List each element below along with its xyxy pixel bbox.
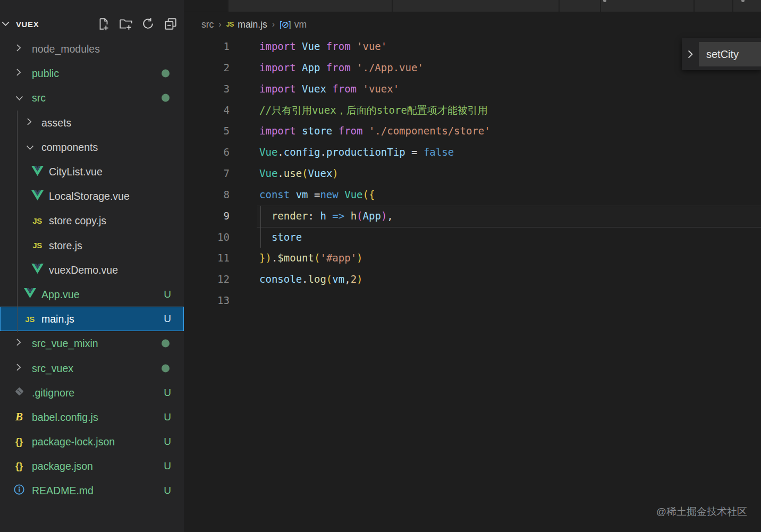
json-icon: {} (15, 436, 23, 447)
git-icon (14, 386, 25, 399)
breadcrumb-item-src[interactable]: src (201, 19, 214, 30)
tree-file-citylist-vue[interactable]: CityList.vue (0, 159, 184, 184)
explorer-section-header[interactable]: VUEX (0, 15, 184, 33)
line-number: 5 (184, 121, 230, 142)
git-status-badge: U (164, 460, 171, 472)
tree-file-babel-config-js[interactable]: Bbabel.config.jsU (0, 405, 184, 429)
tree-file-store-copy-js[interactable]: JSstore copy.js (0, 208, 184, 233)
code-content[interactable]: import Vue from 'vue'import App from './… (259, 36, 491, 311)
toggle-replace-chevron-icon[interactable] (682, 49, 699, 59)
tree-folder-src-vuex[interactable]: src_vuex (0, 356, 184, 380)
refresh-icon[interactable] (141, 16, 155, 31)
line-number: 4 (184, 100, 230, 121)
vue-icon (31, 165, 44, 179)
chevron-right-icon (24, 117, 33, 128)
vue-icon (24, 288, 36, 301)
line-number-gutter[interactable]: 12345678910111213 (184, 36, 230, 311)
tree-folder-components[interactable]: components (0, 135, 184, 159)
chevron-right-icon (14, 362, 23, 374)
tree-folder-node-modules[interactable]: node_modules (0, 37, 184, 61)
breadcrumb-separator-icon: › (272, 20, 275, 29)
code-token: use (284, 167, 302, 179)
code-token: './App.vue' (357, 62, 424, 73)
symbol-variable-icon: [⊘] (280, 19, 291, 30)
find-input[interactable] (699, 42, 761, 66)
file-label: babel.config.js (32, 411, 98, 423)
code-token: config (284, 146, 320, 158)
breadcrumb: src›JSmain.js›[⊘]vm (201, 17, 307, 32)
code-token: console (259, 273, 302, 285)
breadcrumb-label: main.js (238, 19, 267, 30)
file-label: assets (41, 116, 71, 129)
tree-file-store-js[interactable]: JSstore.js (0, 233, 184, 258)
code-token: ) (332, 167, 338, 179)
code-token: store (302, 125, 339, 137)
tree-folder-public[interactable]: public (0, 61, 184, 86)
code-token: Vuex (308, 167, 333, 179)
code-token: store (259, 231, 302, 243)
code-token: Vue (259, 167, 277, 179)
new-folder-icon[interactable] (119, 16, 133, 31)
code-token: = (314, 189, 320, 200)
tree-folder-src[interactable]: src (0, 86, 184, 110)
code-token: from (326, 62, 357, 73)
tree-file-vuexdemo-vue[interactable]: vuexDemo.vue (0, 258, 184, 282)
chevron-down-icon (1, 19, 10, 30)
editor-tab-bar[interactable] (184, 0, 761, 12)
file-icon-wrap (13, 386, 26, 399)
tree-file-main-js[interactable]: JSmain.jsU (0, 307, 184, 331)
code-line-7[interactable]: Vue.use(Vuex) (259, 163, 491, 184)
code-token: = (405, 146, 424, 158)
code-line-3[interactable]: import Vuex from 'vuex' (259, 79, 491, 100)
breadcrumb-item-main-js[interactable]: JSmain.js (226, 19, 267, 30)
code-token: ) (357, 252, 362, 264)
tree-file-app-vue[interactable]: App.vueU (0, 282, 184, 307)
code-line-2[interactable]: import App from './App.vue' (259, 57, 491, 79)
code-line-5[interactable]: import store from './components/store' (259, 121, 491, 142)
explorer-sidebar: VUEX (0, 0, 184, 532)
active-tab[interactable] (184, 0, 227, 12)
code-line-8[interactable]: const vm =new Vue({ (259, 184, 491, 206)
line-number: 8 (184, 184, 230, 206)
code-line-1[interactable]: import Vue from 'vue' (259, 36, 491, 57)
chevron-down-icon (23, 142, 35, 151)
code-token: from (339, 125, 369, 137)
file-label: public (32, 67, 59, 80)
code-token: h (320, 210, 332, 222)
code-line-13[interactable] (259, 290, 491, 311)
tree-indent-guide (17, 111, 18, 332)
code-line-4[interactable]: //只有引用vuex，后面的store配置项才能被引用 (259, 100, 491, 121)
code-token: } (259, 252, 265, 264)
tree-file--gitignore[interactable]: .gitignoreU (0, 381, 184, 405)
tree-folder-src-vue-mixin[interactable]: src_vue_mixin (0, 331, 184, 356)
code-token: ( (302, 167, 308, 179)
tree-file-localstorage-vue[interactable]: LocalStorage.vue (0, 184, 184, 208)
code-token: App (363, 210, 381, 222)
file-label: README.md (32, 485, 94, 497)
code-token (259, 210, 272, 222)
code-line-6[interactable]: Vue.config.productionTip = false (259, 142, 491, 163)
code-line-9[interactable]: render: h => h(App), (259, 206, 491, 227)
code-line-10[interactable]: store (259, 227, 491, 248)
collapse-folders-icon[interactable] (163, 16, 177, 31)
new-file-icon[interactable] (96, 16, 111, 31)
file-icon-wrap (13, 484, 26, 497)
code-token: : (308, 210, 320, 222)
breadcrumb-label: vm (294, 19, 307, 30)
code-token: . (277, 167, 283, 179)
file-label: src (32, 92, 46, 104)
js-icon: JS (226, 21, 234, 28)
code-token: ( (314, 252, 320, 264)
tree-file-package-json[interactable]: {}package.jsonU (0, 454, 184, 478)
tree-file-package-lock-json[interactable]: {}package-lock.jsonU (0, 429, 184, 454)
file-label: node_modules (32, 43, 100, 55)
line-number: 11 (184, 248, 230, 269)
tree-file-readme-md[interactable]: README.mdU (0, 478, 184, 503)
git-status-badge: U (164, 436, 171, 447)
breadcrumb-item-vm[interactable]: [⊘]vm (280, 19, 307, 30)
tab-dirty-dot (741, 0, 745, 2)
code-line-11[interactable]: }).$mount('#app') (259, 248, 491, 269)
tree-folder-assets[interactable]: assets (0, 111, 184, 135)
code-line-12[interactable]: console.log(vm,2) (259, 269, 491, 290)
explorer-toolbar (96, 16, 177, 31)
